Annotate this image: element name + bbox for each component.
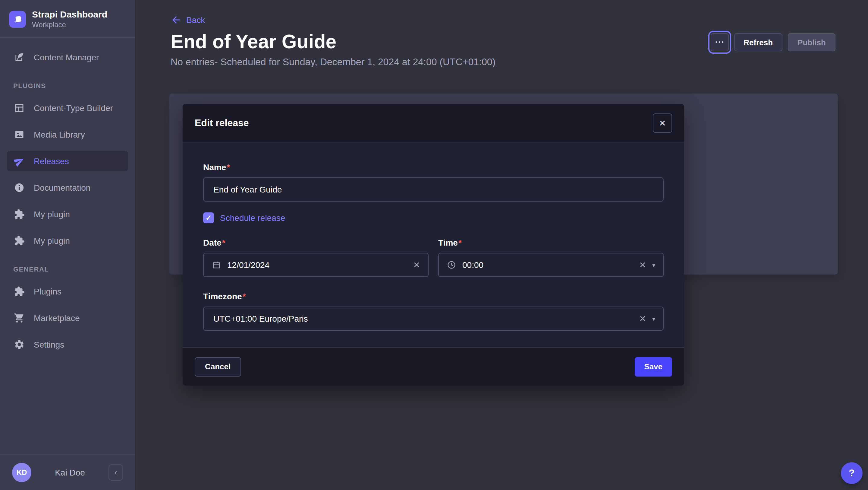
schedule-release-checkbox[interactable]: ✓ <box>203 212 214 223</box>
header-actions: ••• Refresh Publish <box>710 33 835 51</box>
app-root: Strapi Dashboard Workplace Content Manag… <box>0 0 868 490</box>
content-manager-icon <box>13 51 25 63</box>
chevron-down-icon[interactable]: ▾ <box>652 315 655 322</box>
sidebar-item-label: Marketplace <box>34 313 80 323</box>
sidebar-item-my-plugin-2[interactable]: My plugin <box>7 231 128 251</box>
chevron-down-icon[interactable]: ▾ <box>652 262 655 268</box>
brand-text: Strapi Dashboard Workplace <box>32 9 107 30</box>
time-value: 00:00 <box>462 260 633 270</box>
time-field-label: Time* <box>438 238 664 248</box>
releases-icon <box>13 155 25 167</box>
user-name: Kai Doe <box>31 467 108 477</box>
modal-title: Edit release <box>195 117 249 128</box>
sidebar-item-marketplace[interactable]: Marketplace <box>7 308 128 328</box>
sidebar-item-plugins[interactable]: Plugins <box>7 281 128 302</box>
back-link[interactable]: Back <box>170 15 205 25</box>
cart-icon <box>13 312 25 324</box>
sidebar-item-label: Documentation <box>34 183 90 193</box>
sidebar-item-label: Plugins <box>34 287 61 296</box>
publish-button[interactable]: Publish <box>788 33 835 51</box>
puzzle-icon <box>13 208 25 220</box>
back-arrow-icon <box>170 15 181 25</box>
cancel-button[interactable]: Cancel <box>195 357 241 376</box>
date-value: 12/01/2024 <box>227 260 407 270</box>
sidebar-item-releases[interactable]: Releases <box>7 151 128 171</box>
sidebar-item-label: Releases <box>34 156 69 166</box>
schedule-release-row: ✓ Schedule release <box>203 212 664 223</box>
sidebar-item-content-type-builder[interactable]: Content-Type Builder <box>7 98 128 118</box>
avatar[interactable]: KD <box>12 463 31 482</box>
sidebar-item-label: Content-Type Builder <box>34 103 113 113</box>
required-asterisk: * <box>243 291 246 301</box>
timezone-select[interactable]: UTC+01:00 Europe/Paris ✕ ▾ <box>203 307 664 331</box>
date-time-row: Date* 12/01/2024 ✕ <box>203 238 664 277</box>
more-dots-icon: ••• <box>715 39 725 45</box>
clear-date-icon[interactable]: ✕ <box>413 260 420 270</box>
calendar-icon <box>212 260 221 270</box>
puzzle-icon <box>13 285 25 297</box>
schedule-release-label[interactable]: Schedule release <box>220 213 285 223</box>
required-asterisk: * <box>227 162 230 172</box>
workspace-brand: Strapi Dashboard Workplace <box>0 0 135 38</box>
sidebar-section-general: GENERAL <box>13 265 128 273</box>
required-asterisk: * <box>222 238 225 248</box>
page-title: End of Year Guide <box>170 32 336 51</box>
sidebar-item-label: Content Manager <box>34 53 99 62</box>
time-column: Time* 00:00 ✕ ▾ <box>438 238 664 277</box>
required-asterisk: * <box>458 238 462 248</box>
timezone-field-label: Timezone* <box>203 291 664 301</box>
modal-body: Name* ✓ Schedule release Date* <box>183 142 684 347</box>
sidebar-collapse-button[interactable]: ‹ <box>108 464 123 481</box>
modal-footer: Cancel Save <box>183 347 684 385</box>
help-button[interactable]: ? <box>841 462 863 484</box>
edit-release-modal: Edit release ✕ Name* ✓ Schedule release <box>183 104 684 385</box>
more-options-button[interactable]: ••• <box>710 33 728 51</box>
sidebar-nav: Content Manager PLUGINS Content-Type Bui… <box>0 38 135 355</box>
gear-icon <box>13 339 25 351</box>
back-label: Back <box>186 15 205 25</box>
puzzle-icon <box>13 235 25 247</box>
sidebar-item-content-manager[interactable]: Content Manager <box>7 47 128 67</box>
sidebar: Strapi Dashboard Workplace Content Manag… <box>0 0 135 490</box>
sidebar-user-row: KD Kai Doe ‹ <box>0 454 135 490</box>
date-column: Date* 12/01/2024 ✕ <box>203 238 429 277</box>
modal-close-button[interactable]: ✕ <box>653 113 672 133</box>
content-type-builder-icon <box>13 102 25 114</box>
date-picker[interactable]: 12/01/2024 ✕ <box>203 253 429 277</box>
main-content: Back End of Year Guide No entries- Sched… <box>135 0 868 490</box>
name-input[interactable] <box>203 177 664 202</box>
app-title: Strapi Dashboard <box>32 9 107 21</box>
check-icon: ✓ <box>206 213 212 222</box>
save-button[interactable]: Save <box>634 357 672 376</box>
time-picker[interactable]: 00:00 ✕ ▾ <box>438 253 664 277</box>
sidebar-section-plugins: PLUGINS <box>13 82 128 89</box>
timezone-value: UTC+01:00 Europe/Paris <box>213 314 633 323</box>
clear-timezone-icon[interactable]: ✕ <box>639 314 646 323</box>
sidebar-item-label: Settings <box>34 340 64 349</box>
sidebar-item-my-plugin-1[interactable]: My plugin <box>7 204 128 225</box>
chevron-left-icon: ‹ <box>115 468 117 476</box>
clear-time-icon[interactable]: ✕ <box>639 260 646 270</box>
workspace-name: Workplace <box>32 21 107 30</box>
name-field-label: Name* <box>203 162 664 172</box>
modal-header: Edit release ✕ <box>183 104 684 142</box>
sidebar-item-documentation[interactable]: Documentation <box>7 177 128 198</box>
documentation-info-icon <box>13 182 25 194</box>
clock-icon <box>447 260 456 270</box>
sidebar-item-label: Media Library <box>34 130 85 139</box>
refresh-button[interactable]: Refresh <box>734 33 782 51</box>
strapi-logo-icon <box>9 11 26 28</box>
timezone-row: Timezone* UTC+01:00 Europe/Paris ✕ ▾ <box>203 291 664 331</box>
close-icon: ✕ <box>659 118 666 127</box>
sidebar-item-label: My plugin <box>34 209 70 219</box>
sidebar-item-settings[interactable]: Settings <box>7 334 128 355</box>
sidebar-item-label: My plugin <box>34 236 70 246</box>
date-field-label: Date* <box>203 238 429 248</box>
page-subtitle: No entries- Scheduled for Sunday, Decemb… <box>170 57 495 67</box>
media-library-icon <box>13 128 25 141</box>
sidebar-item-media-library[interactable]: Media Library <box>7 124 128 145</box>
